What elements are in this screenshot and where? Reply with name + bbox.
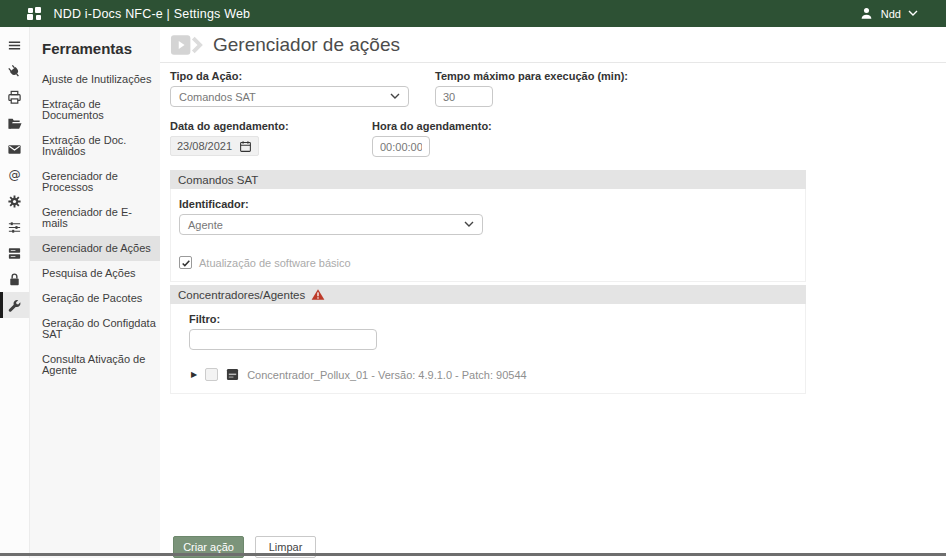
app-body: @ Ferramentas Ajuste de Inutilizações Ex… <box>0 27 946 558</box>
atualizacao-software-label: Atualização de software básico <box>199 257 351 269</box>
data-agendamento-value: 23/08/2021 <box>177 140 232 152</box>
lock-icon <box>7 272 22 287</box>
sidebar-item-extracao-de-doc-invalidos[interactable]: Extração de Doc. Inválidos <box>30 128 160 164</box>
sliders-icon <box>7 220 22 235</box>
app-logo-icon[interactable] <box>27 7 41 21</box>
app-title: NDD i-Docs NFC-e | Settings Web <box>54 7 251 21</box>
rail-item-server[interactable] <box>0 240 29 266</box>
data-agendamento-label: Data do agendamento: <box>170 120 372 132</box>
rail-item-plug[interactable] <box>0 58 29 84</box>
printer-icon <box>7 90 22 105</box>
page-header: Gerenciador de ações <box>160 27 946 63</box>
hora-agendamento-input[interactable] <box>372 136 430 157</box>
comandos-sat-header: Comandos SAT <box>170 170 806 189</box>
svg-text:@: @ <box>8 168 20 182</box>
concentradores-header: Concentradores/Agentes <box>170 285 806 304</box>
sidebar-item-extracao-de-documentos[interactable]: Extração de Documentos <box>30 92 160 128</box>
sidebar-item-consulta-ativacao-de-agente[interactable]: Consulta Ativação de Agente <box>30 347 160 383</box>
identificador-value: Agente <box>188 219 223 231</box>
check-icon <box>181 258 191 268</box>
user-icon <box>859 6 874 21</box>
sidebar: Ferramentas Ajuste de Inutilizações Extr… <box>30 27 160 558</box>
concentrator-icon <box>226 368 239 381</box>
chevron-down-icon <box>464 221 474 228</box>
tempo-maximo-label: Tempo máximo para execução (min): <box>435 70 628 82</box>
page-title: Gerenciador de ações <box>213 34 400 56</box>
tree-row: ▶ Concentrador_Pollux_01 - Versão: 4.9.1… <box>189 368 795 381</box>
comandos-sat-section: Comandos SAT Identificador: Agente Atual… <box>170 170 806 282</box>
calendar-icon <box>239 140 252 153</box>
identificador-select[interactable]: Agente <box>179 214 483 235</box>
tipo-acao-value: Comandos SAT <box>179 91 256 103</box>
hora-agendamento-label: Hora do agendamento: <box>372 120 492 132</box>
wrench-icon <box>7 298 22 313</box>
data-agendamento-field[interactable]: 23/08/2021 <box>170 136 259 156</box>
rail-item-menu[interactable] <box>0 32 29 58</box>
menu-icon <box>7 38 22 53</box>
sidebar-title: Ferramentas <box>42 40 160 57</box>
server-icon <box>7 246 22 261</box>
tipo-acao-label: Tipo da Ação: <box>170 70 435 82</box>
sidebar-item-geracao-de-pacotes[interactable]: Geração de Pacotes <box>30 286 160 311</box>
filtro-input[interactable] <box>189 329 377 350</box>
rail-item-wrench[interactable] <box>0 292 29 318</box>
rail-item-mail[interactable] <box>0 136 29 162</box>
sidebar-item-gerenciador-de-processos[interactable]: Gerenciador de Processos <box>30 164 160 200</box>
rail-item-at[interactable]: @ <box>0 162 29 188</box>
concentrador-checkbox[interactable] <box>205 368 218 381</box>
topbar: NDD i-Docs NFC-e | Settings Web Ndd <box>0 0 946 27</box>
concentradores-section: Concentradores/Agentes Filtro: ▶ <box>170 285 806 394</box>
action-form: Tipo da Ação: Comandos SAT Tempo máximo … <box>160 63 806 558</box>
main-content: Gerenciador de ações Tipo da Ação: Coman… <box>160 27 946 558</box>
icon-rail: @ <box>0 27 30 558</box>
plug-icon <box>7 64 22 79</box>
atualizacao-software-checkbox[interactable] <box>179 256 192 269</box>
tempo-maximo-input[interactable] <box>435 86 493 107</box>
identificador-label: Identificador: <box>179 198 795 210</box>
folder-open-icon <box>7 116 22 131</box>
chevron-down-icon <box>908 10 918 17</box>
user-menu[interactable]: Ndd <box>859 6 918 21</box>
comandos-sat-header-label: Comandos SAT <box>178 174 258 186</box>
tree-expand-icon[interactable]: ▶ <box>191 368 197 381</box>
sidebar-item-ajuste-de-inutilizacoes[interactable]: Ajuste de Inutilizações <box>30 67 160 92</box>
sidebar-item-gerenciador-de-emails[interactable]: Gerenciador de E-mails <box>30 200 160 236</box>
tipo-acao-select[interactable]: Comandos SAT <box>170 86 409 107</box>
rail-item-gear[interactable] <box>0 188 29 214</box>
filtro-label: Filtro: <box>189 313 795 325</box>
sidebar-item-gerenciador-de-acoes[interactable]: Gerenciador de Ações <box>30 236 160 261</box>
rail-item-sliders[interactable] <box>0 214 29 240</box>
rail-item-lock[interactable] <box>0 266 29 292</box>
rail-item-folder[interactable] <box>0 110 29 136</box>
concentradores-header-label: Concentradores/Agentes <box>178 289 305 301</box>
window-bottom-edge <box>0 553 946 556</box>
mail-icon <box>7 142 22 157</box>
rail-item-printer[interactable] <box>0 84 29 110</box>
at-sign-icon: @ <box>7 168 22 183</box>
sidebar-item-geracao-do-configdata-sat[interactable]: Geração do Configdata SAT <box>30 311 160 347</box>
chevron-down-icon <box>390 93 400 100</box>
action-manager-icon <box>170 33 203 57</box>
sidebar-item-pesquisa-de-acoes[interactable]: Pesquisa de Ações <box>30 261 160 286</box>
gear-icon <box>7 194 22 209</box>
user-name: Ndd <box>881 8 901 20</box>
warning-icon <box>311 288 325 301</box>
concentrador-label: Concentrador_Pollux_01 - Versão: 4.9.1.0… <box>247 369 526 381</box>
